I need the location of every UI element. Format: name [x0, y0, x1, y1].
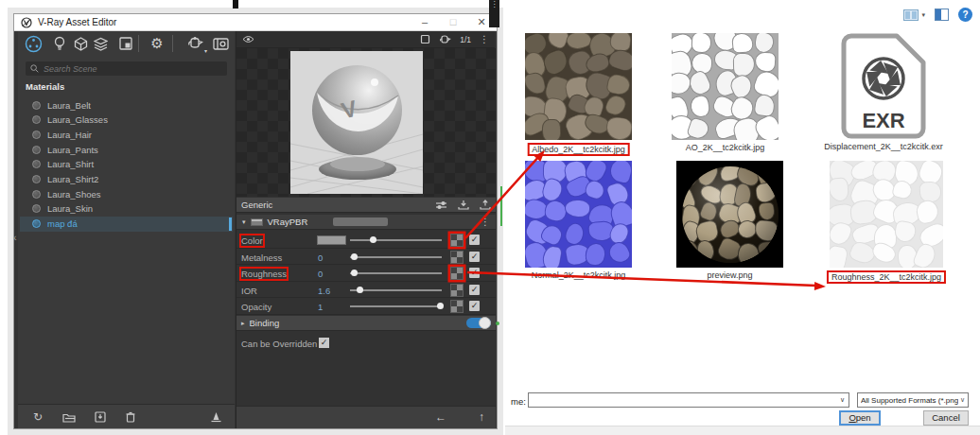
- vray-titlebar[interactable]: V-Ray Asset Editor – □ ✕: [14, 14, 497, 31]
- material-label: Laura_Hair: [47, 130, 92, 140]
- material-item-laura-shoes[interactable]: Laura_Shoes: [20, 186, 233, 201]
- material-sphere-icon: [32, 146, 41, 154]
- open-button[interactable]: Open: [839, 410, 881, 426]
- sphere-shading: [682, 166, 779, 263]
- cone-icon[interactable]: [207, 409, 224, 426]
- property-checkbox[interactable]: ✓: [469, 252, 480, 262]
- material-item-laura-belt[interactable]: Laura_Belt: [20, 97, 233, 113]
- material-item-laura-shirt2[interactable]: Laura_Shirt2: [20, 172, 233, 187]
- save-icon[interactable]: [92, 409, 109, 426]
- property-checkbox[interactable]: ✓: [469, 301, 480, 311]
- file-item-normal[interactable]: Normal_2K__tc2kcitk.jpg: [525, 161, 632, 288]
- material-item-map-[interactable]: map đá: [20, 217, 233, 232]
- preview-menu-icon[interactable]: ⋮: [480, 35, 489, 44]
- maximize-button[interactable]: □: [442, 14, 464, 30]
- up-arrow-icon[interactable]: ↑: [479, 410, 484, 424]
- file-item-roughness[interactable]: Roughness_2K__tc2kcitk.jpg: [830, 161, 943, 288]
- shader-expand-icon[interactable]: ▾: [242, 218, 246, 226]
- material-label: Laura_Shirt2: [47, 174, 98, 184]
- vray-logo-icon: [21, 17, 32, 28]
- cancel-button[interactable]: Cancel: [923, 410, 969, 426]
- slider-handle[interactable]: [357, 287, 363, 293]
- texture-stone-shape: [830, 244, 849, 268]
- texture-stone-shape: [754, 51, 777, 73]
- binding-section-header[interactable]: ▸ Binding: [236, 316, 496, 331]
- material-item-laura-hair[interactable]: Laura_Hair: [20, 127, 233, 142]
- texture-slot-button[interactable]: [450, 251, 464, 264]
- slider-handle[interactable]: [437, 303, 444, 309]
- view-options-button[interactable]: ▾: [903, 9, 925, 21]
- viewport-edge-artifact: [500, 186, 502, 226]
- property-row-color: Color✓: [236, 232, 496, 249]
- file-name-combo[interactable]: ∨: [528, 392, 849, 408]
- texture-stone-shape: [915, 199, 941, 225]
- format-filter-select[interactable]: All Supported Formats (*.png *. ∨: [857, 392, 969, 408]
- eye-icon[interactable]: [242, 35, 254, 44]
- back-arrow-icon[interactable]: ←: [435, 410, 446, 424]
- delete-icon[interactable]: [122, 409, 139, 426]
- material-item-laura-glasses[interactable]: Laura_Glasses: [20, 113, 233, 128]
- file-item-exr[interactable]: EXRDisplacement_2K__tc2kcitk.exr: [838, 33, 929, 160]
- import-preset-icon[interactable]: [458, 200, 469, 210]
- texture-slot-button[interactable]: [450, 284, 464, 297]
- property-value[interactable]: 1.6: [318, 286, 330, 296]
- file-name-text: Normal_2K__tc2kcitk.jpg: [532, 270, 626, 280]
- material-item-laura-skin[interactable]: Laura_Skin: [20, 201, 233, 217]
- texture-slot-button[interactable]: [450, 267, 464, 280]
- file-name-input[interactable]: [529, 395, 840, 406]
- file-item-preview[interactable]: preview.png: [676, 161, 783, 288]
- background-tray-artifact: ⋮: [489, 0, 499, 27]
- property-checkbox[interactable]: ✓: [469, 235, 480, 245]
- slider-track[interactable]: [350, 239, 442, 241]
- minimize-button[interactable]: –: [413, 14, 436, 30]
- preview-teapot-icon[interactable]: [439, 35, 451, 44]
- slider-track[interactable]: [350, 289, 442, 291]
- texture-stone-shape: [606, 238, 632, 266]
- refresh-icon[interactable]: ↻: [29, 409, 46, 426]
- help-button[interactable]: ?: [958, 8, 972, 22]
- binding-expand-icon[interactable]: ▸: [241, 320, 245, 327]
- shader-menu-icon[interactable]: ⋮: [481, 218, 490, 227]
- slider-track[interactable]: [350, 256, 442, 258]
- property-row-opacity: Opacity1✓: [236, 298, 496, 315]
- texture-slot-button[interactable]: [450, 234, 464, 247]
- override-checkbox[interactable]: ✓: [319, 338, 329, 348]
- preview-canvas[interactable]: V: [236, 48, 496, 197]
- property-checkbox[interactable]: ✓: [469, 285, 480, 295]
- texture-stone-shape: [731, 33, 753, 54]
- file-item-albedo[interactable]: Albedo_2K__tc2kcitk.jpg: [525, 33, 632, 161]
- frame-counter[interactable]: 1/1: [460, 35, 471, 44]
- shader-row[interactable]: ▾ VRayPBR ⋮: [236, 215, 496, 230]
- property-checkbox[interactable]: ✓: [469, 268, 480, 278]
- slider-handle[interactable]: [351, 253, 358, 260]
- open-folder-icon[interactable]: [61, 409, 78, 426]
- property-value[interactable]: 0: [318, 252, 323, 263]
- property-value[interactable]: 0: [318, 269, 323, 279]
- export-preset-icon[interactable]: [480, 200, 491, 210]
- annotation-boxed-property-label: Color: [241, 235, 263, 246]
- slider-track[interactable]: [350, 305, 442, 307]
- preview-shape-icon[interactable]: [420, 34, 430, 44]
- texture-slot-button[interactable]: [450, 300, 464, 313]
- tune-icon[interactable]: [435, 200, 447, 210]
- color-swatch[interactable]: [317, 235, 346, 245]
- override-row: Can be Overridden ✓: [236, 334, 496, 353]
- slider-track[interactable]: [350, 272, 442, 274]
- property-value[interactable]: 1: [318, 302, 323, 312]
- file-name-dropdown-caret[interactable]: ∨: [840, 396, 845, 404]
- annotation-boxed-file-name: Albedo_2K__tc2kcitk.jpg: [527, 143, 630, 156]
- materials-list: Laura_BeltLaura_GlassesLaura_HairLaura_P…: [20, 31, 233, 428]
- property-row-metalness: Metalness0✓: [236, 249, 496, 266]
- slider-handle[interactable]: [351, 270, 358, 276]
- collapse-panel-chevron[interactable]: ‹: [13, 232, 17, 243]
- slider-handle[interactable]: [370, 236, 376, 243]
- binding-toggle[interactable]: [466, 318, 491, 328]
- material-item-laura-pants[interactable]: Laura_Pants: [20, 142, 233, 157]
- material-item-laura-shirt[interactable]: Laura_Shirt: [20, 157, 233, 172]
- file-item-ao[interactable]: AO_2K__tc2kcitk.jpg: [672, 33, 779, 161]
- generic-section-header[interactable]: Generic: [236, 198, 496, 213]
- format-dropdown-caret: ∨: [960, 396, 965, 404]
- texture-stone-shape: [691, 33, 713, 54]
- dialog-toolbar: ▾ ?: [903, 8, 972, 22]
- preview-pane-button[interactable]: [935, 9, 949, 21]
